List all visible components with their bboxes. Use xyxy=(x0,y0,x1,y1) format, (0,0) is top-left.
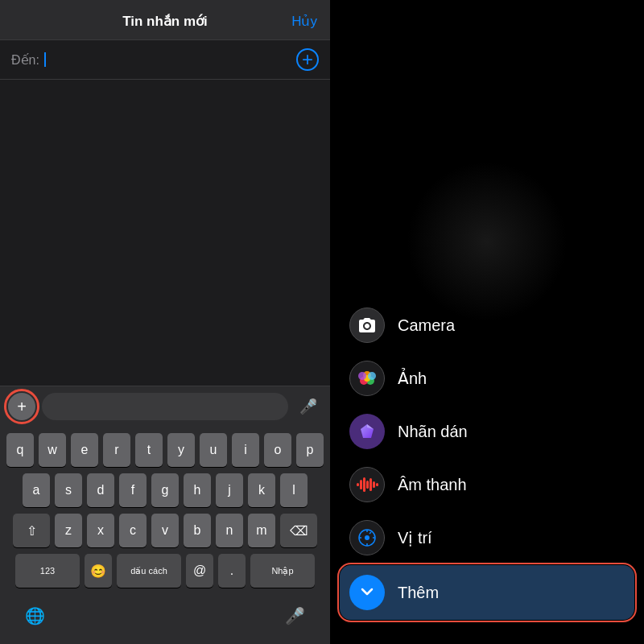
keyboard-row-3: ⇧ z x c v b n m ⌫ xyxy=(2,514,328,547)
svg-rect-9 xyxy=(360,480,362,489)
audio-svg xyxy=(356,476,378,493)
key-u[interactable]: u xyxy=(200,433,227,467)
camera-svg xyxy=(357,316,377,335)
photos-svg xyxy=(356,367,378,390)
add-recipient-button[interactable]: + xyxy=(296,48,319,71)
key-n[interactable]: n xyxy=(216,514,243,547)
more-chevron-svg xyxy=(358,584,376,601)
globe-key[interactable]: 🌐 xyxy=(2,599,68,633)
at-key[interactable]: @ xyxy=(186,554,213,588)
svg-rect-8 xyxy=(357,483,359,486)
key-r[interactable]: r xyxy=(103,433,130,467)
key-i[interactable]: i xyxy=(232,433,259,467)
keyboard-row-bottom: 123 😊 dấu cách @ . Nhập xyxy=(2,554,328,588)
sticker-icon-btn xyxy=(349,414,385,449)
cursor xyxy=(44,52,46,67)
keyboard: q w e r t y u i o p a s d f g h j k l ⇧ … xyxy=(0,427,330,644)
action-menu-list: Camera Ảnh xyxy=(330,299,644,620)
key-b[interactable]: b xyxy=(184,514,211,547)
attachment-plus-button[interactable]: + xyxy=(8,393,35,420)
svg-rect-11 xyxy=(366,481,369,489)
sticker-label: Nhãn dán xyxy=(398,423,468,441)
svg-rect-13 xyxy=(373,481,375,488)
num-key[interactable]: 123 xyxy=(15,554,80,588)
compose-panel: Tin nhắn mới Hủy Đến: + + 🎤 q w e r t y … xyxy=(0,0,330,644)
key-o[interactable]: o xyxy=(264,433,291,467)
location-label: Vị trí xyxy=(398,528,432,547)
key-v[interactable]: v xyxy=(151,514,179,547)
keyboard-bottom-bar: 🌐 🎤 xyxy=(2,594,328,641)
svg-point-5 xyxy=(358,372,366,380)
bg-decoration xyxy=(407,161,568,322)
key-t[interactable]: t xyxy=(135,433,163,467)
message-input-bar: + 🎤 xyxy=(0,386,330,427)
key-w[interactable]: w xyxy=(39,433,66,467)
key-p[interactable]: p xyxy=(296,433,324,467)
key-c[interactable]: c xyxy=(119,514,147,547)
location-icon-btn xyxy=(349,520,385,555)
menu-panel: Camera Ảnh xyxy=(330,0,644,644)
more-label: Thêm xyxy=(398,584,439,602)
key-x[interactable]: x xyxy=(87,514,114,547)
menu-item-location[interactable]: Vị trí xyxy=(346,512,628,564)
key-s[interactable]: s xyxy=(55,473,82,507)
to-field-row: Đến: + xyxy=(0,40,330,80)
key-q[interactable]: q xyxy=(6,433,34,467)
delete-key[interactable]: ⌫ xyxy=(280,514,317,547)
svg-rect-10 xyxy=(363,477,365,492)
svg-point-16 xyxy=(365,535,369,540)
key-k[interactable]: k xyxy=(248,473,275,507)
dau-cach-key[interactable]: dấu cách xyxy=(117,554,181,588)
dictation-key[interactable]: 🎤 xyxy=(262,599,328,633)
menu-item-audio[interactable]: Âm thanh xyxy=(346,459,628,510)
key-e[interactable]: e xyxy=(71,433,98,467)
location-svg xyxy=(357,528,377,547)
camera-label: Camera xyxy=(398,316,455,335)
key-z[interactable]: z xyxy=(55,514,82,547)
photos-label: Ảnh xyxy=(398,369,427,388)
message-text-input[interactable] xyxy=(42,393,288,420)
audio-label: Âm thanh xyxy=(398,476,467,494)
audio-icon-btn xyxy=(349,467,385,502)
key-a[interactable]: a xyxy=(23,473,50,507)
key-h[interactable]: h xyxy=(184,473,211,507)
key-l[interactable]: l xyxy=(280,473,308,507)
to-label: Đến: xyxy=(11,52,39,68)
message-body-area[interactable] xyxy=(0,80,330,386)
return-key[interactable]: Nhập xyxy=(250,554,315,588)
svg-rect-12 xyxy=(369,478,372,491)
shift-key[interactable]: ⇧ xyxy=(13,514,50,547)
sticker-svg xyxy=(357,422,377,441)
cancel-button[interactable]: Hủy xyxy=(291,13,317,30)
menu-item-photos[interactable]: Ảnh xyxy=(346,353,628,404)
svg-rect-14 xyxy=(376,483,378,486)
key-j[interactable]: j xyxy=(216,473,243,507)
dot-key[interactable]: . xyxy=(218,554,246,588)
svg-point-4 xyxy=(368,372,376,380)
photos-icon-btn xyxy=(349,361,385,396)
menu-item-sticker[interactable]: Nhãn dán xyxy=(346,406,628,457)
key-f[interactable]: f xyxy=(119,473,147,507)
camera-icon-btn xyxy=(349,308,385,343)
menu-item-more[interactable]: Thêm xyxy=(340,565,634,620)
key-m[interactable]: m xyxy=(248,514,275,547)
key-y[interactable]: y xyxy=(167,433,195,467)
emoji-key[interactable]: 😊 xyxy=(85,554,112,588)
keyboard-row-2: a s d f g h j k l xyxy=(2,473,328,507)
more-icon-btn xyxy=(349,575,385,610)
key-g[interactable]: g xyxy=(151,473,179,507)
compose-header: Tin nhắn mới Hủy xyxy=(0,0,330,40)
keyboard-row-1: q w e r t y u i o p xyxy=(2,433,328,467)
mic-button[interactable]: 🎤 xyxy=(295,393,322,420)
compose-title: Tin nhắn mới xyxy=(122,13,208,30)
key-d[interactable]: d xyxy=(87,473,114,507)
